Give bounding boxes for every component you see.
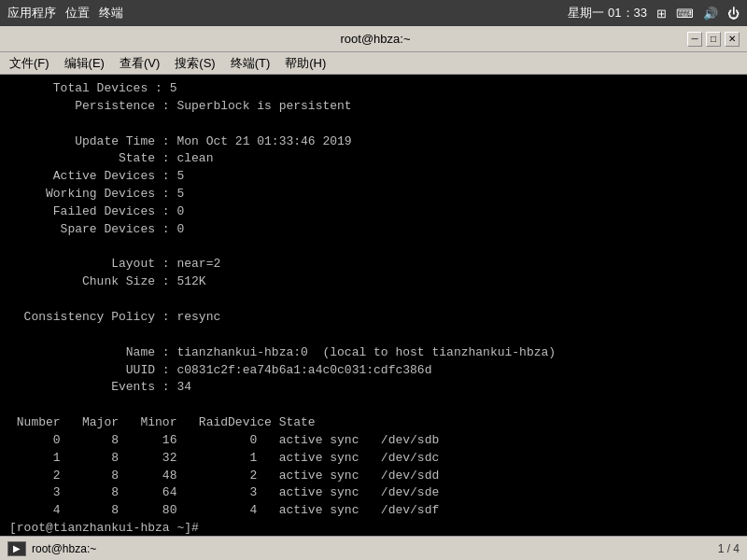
menu-view[interactable]: 查看(V) [114,53,165,74]
menu-edit[interactable]: 编辑(E) [59,53,110,74]
menu-search[interactable]: 搜索(S) [169,53,220,74]
monitor-icon: ⊞ [656,7,667,21]
terminal-menu[interactable]: 终端 [99,5,123,21]
terminal-text: Total Devices : 5 Persistence : Superblo… [9,80,738,536]
close-button[interactable]: ✕ [725,32,740,47]
datetime-label: 星期一 01：33 [568,5,647,21]
menu-bar: 文件(F) 编辑(E) 查看(V) 搜索(S) 终端(T) 帮助(H) [0,52,747,75]
apps-menu[interactable]: 应用程序 [7,5,56,21]
window-title: root@hbza:~ [63,32,687,46]
menu-file[interactable]: 文件(F) [4,53,55,74]
minimize-button[interactable]: ─ [687,32,702,47]
title-bar: root@hbza:~ ─ □ ✕ [0,26,747,52]
system-bar-right: 星期一 01：33 ⊞ ⌨ 🔊 ⏻ [568,5,740,21]
volume-icon: 🔊 [703,7,718,21]
menu-terminal[interactable]: 终端(T) [225,53,276,74]
bottom-bar-left: ▶ root@hbza:~ [7,541,96,556]
system-bar-left: 应用程序 位置 终端 [7,5,123,21]
window-controls: ─ □ ✕ [687,32,740,47]
bottom-bar: ▶ root@hbza:~ 1 / 4 [0,536,747,560]
network-icon: ⌨ [676,7,694,21]
terminal-output[interactable]: Total Devices : 5 Persistence : Superblo… [0,75,747,536]
position-menu[interactable]: 位置 [65,5,90,21]
terminal-icon: ▶ [7,541,26,556]
page-indicator: 1 / 4 [718,542,740,555]
bottom-label: root@hbza:~ [32,542,96,555]
power-icon[interactable]: ⏻ [727,7,740,21]
terminal-window: root@hbza:~ ─ □ ✕ 文件(F) 编辑(E) 查看(V) 搜索(S… [0,26,747,560]
menu-help[interactable]: 帮助(H) [279,53,331,74]
system-bar: 应用程序 位置 终端 星期一 01：33 ⊞ ⌨ 🔊 ⏻ [0,0,747,26]
maximize-button[interactable]: □ [706,32,721,47]
